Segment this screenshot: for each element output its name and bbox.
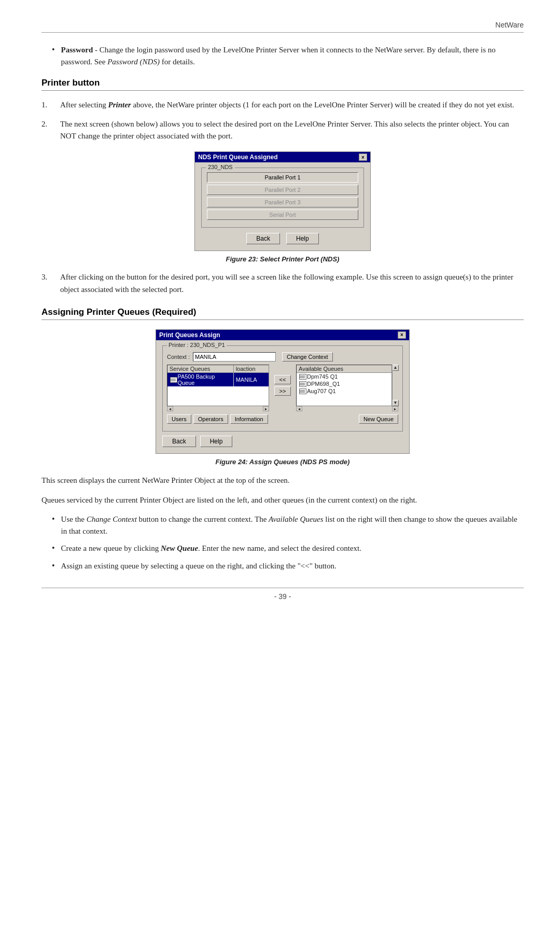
- avail-icon-2: [299, 381, 306, 387]
- list-num-2: 2.: [41, 118, 60, 143]
- users-btn[interactable]: Users: [167, 414, 191, 424]
- bullet-text-3: Assign an existing queue by selecting a …: [61, 560, 524, 572]
- dialog1-back-btn[interactable]: Back: [246, 233, 280, 244]
- hscroll-left[interactable]: ◄: [167, 406, 173, 411]
- service-queue-row[interactable]: PA500 Backup Queue MANILA: [167, 373, 269, 386]
- service-queues-hscroll: ◄ ►: [167, 406, 269, 411]
- hscroll-right[interactable]: ►: [263, 406, 269, 411]
- available-queues-italic: Available Queues: [269, 515, 323, 523]
- service-queues-header: Service Queues loaction: [167, 365, 269, 373]
- item3-list: 3. After clicking on the button for the …: [41, 271, 524, 296]
- avail-hscroll-track: [302, 406, 392, 411]
- arrow-right-btn[interactable]: >>: [274, 386, 291, 396]
- avail-hscroll-right[interactable]: ►: [392, 406, 398, 411]
- bullet-dot-3: •: [52, 561, 55, 572]
- tables-row: Service Queues loaction PA500 Backup Que…: [167, 365, 398, 411]
- body-para-1: This screen displays the current NetWare…: [41, 474, 524, 487]
- parallel-port-1-btn[interactable]: Parallel Port 1: [207, 172, 358, 183]
- printer-button-list: 1. After selecting Printer above, the Ne…: [41, 99, 524, 143]
- change-context-btn[interactable]: Change Context: [282, 352, 333, 362]
- figure2-caption: Figure 24: Assign Queues (NDS PS mode): [41, 458, 524, 466]
- dialog1-help-btn[interactable]: Help: [286, 233, 319, 244]
- dialog2-wrapper: Print Queues Assign × Printer : 230_NDS_…: [41, 329, 524, 454]
- bullet-item-1: • Use the Change Context button to chang…: [41, 513, 524, 538]
- avail-listbox-with-scroll: Available Queues Dpm745 Q1 DPM698_Q1: [296, 365, 398, 406]
- avail-hscroll: ◄ ►: [296, 406, 398, 411]
- vscroll-up[interactable]: ▲: [393, 365, 399, 371]
- list-num: 1.: [41, 99, 60, 111]
- service-queues-col: Service Queues: [167, 365, 234, 372]
- queue-icon: [170, 377, 176, 383]
- dialog1-group-label: 230_NDS: [206, 164, 235, 170]
- printer-button-heading: Printer button: [41, 78, 524, 91]
- dialog2: Print Queues Assign × Printer : 230_NDS_…: [156, 329, 410, 454]
- figure1-caption: Figure 23: Select Printer Port (NDS): [41, 255, 524, 263]
- dialog2-back-btn[interactable]: Back: [162, 436, 196, 447]
- bullet-dot-1: •: [52, 515, 55, 538]
- page: NetWare • Password - Change the login pa…: [0, 0, 560, 632]
- list-item: 2. The next screen (shown below) allows …: [41, 118, 524, 143]
- list-num-3: 3.: [41, 271, 60, 296]
- dialog2-body: Printer : 230_NDS_P1 Context : Change Co…: [156, 340, 409, 453]
- avail-item-1: Dpm745 Q1: [307, 373, 338, 380]
- service-queue-icon-cell: PA500 Backup Queue: [167, 373, 234, 386]
- dialog2-group-label: Printer : 230_NDS_P1: [167, 342, 227, 348]
- operators-btn[interactable]: Operators: [193, 414, 228, 424]
- password-bullet-text: Password - Change the login password use…: [61, 44, 524, 68]
- change-context-italic: Change Context: [87, 515, 137, 523]
- bottom-left-btns: Users Operators Information: [167, 414, 268, 424]
- dialog1-wrapper: NDS Print Queue Assigned × 230_NDS Paral…: [41, 151, 524, 251]
- footer: - 39 -: [41, 588, 524, 601]
- list-text: After selecting Printer above, the NetWa…: [60, 99, 524, 111]
- avail-icon-1: [299, 373, 306, 380]
- list-text-3: After clicking on the button for the des…: [60, 271, 524, 296]
- bullet-text-2: Create a new queue by clicking New Queue…: [61, 543, 524, 554]
- dialog2-close-btn[interactable]: ×: [398, 331, 406, 339]
- password-italic: Password (NDS): [107, 58, 160, 66]
- dialog1-titlebar: NDS Print Queue Assigned ×: [195, 152, 370, 162]
- hscroll-track: [173, 406, 263, 411]
- arrow-buttons: << >>: [272, 365, 293, 396]
- vscroll-down[interactable]: ▼: [393, 400, 399, 406]
- context-input[interactable]: [193, 352, 276, 362]
- service-queues-listbox: Service Queues loaction PA500 Backup Que…: [167, 365, 269, 406]
- arrow-left-btn[interactable]: <<: [274, 375, 291, 384]
- dialog2-titlebar: Print Queues Assign ×: [156, 330, 409, 340]
- new-queue-btn[interactable]: New Queue: [359, 414, 398, 424]
- list-text-2: The next screen (shown below) allows you…: [60, 118, 524, 143]
- avail-vscroll: ▲ ▼: [392, 365, 398, 406]
- information-btn[interactable]: Information: [230, 414, 268, 424]
- page-number: - 39 -: [274, 592, 291, 601]
- dialog2-title: Print Queues Assign: [159, 331, 220, 339]
- avail-row-1[interactable]: Dpm745 Q1: [297, 373, 391, 380]
- bullet-text-1: Use the Change Context button to change …: [61, 513, 524, 538]
- avail-row-3[interactable]: Aug707 Q1: [297, 387, 391, 395]
- dialog2-help-btn[interactable]: Help: [200, 436, 233, 447]
- dialog1-title: NDS Print Queue Assigned: [198, 154, 278, 161]
- available-queues-listbox: Available Queues Dpm745 Q1 DPM698_Q1: [296, 365, 392, 406]
- avail-icon-3: [299, 388, 306, 394]
- bullets-section: • Use the Change Context button to chang…: [41, 513, 524, 572]
- avail-queues-header: Available Queues: [297, 365, 391, 373]
- parallel-port-3-btn[interactable]: Parallel Port 3: [207, 197, 358, 207]
- serial-port-btn[interactable]: Serial Port: [207, 210, 358, 220]
- dialog1-close-btn[interactable]: ×: [359, 154, 367, 161]
- bullet-dot: •: [52, 45, 55, 68]
- dialog1-group: 230_NDS Parallel Port 1 Parallel Port 2 …: [201, 168, 364, 228]
- password-bullet-item: • Password - Change the login password u…: [41, 44, 524, 68]
- service-queues-container: Service Queues loaction PA500 Backup Que…: [167, 365, 269, 411]
- list-item: 1. After selecting Printer above, the Ne…: [41, 99, 524, 111]
- password-text2: for details.: [160, 58, 195, 66]
- new-queue-bold-italic: New Queue: [161, 544, 198, 552]
- body-para-2: Queues serviced by the current Printer O…: [41, 494, 524, 506]
- available-queues-container: Available Queues Dpm745 Q1 DPM698_Q1: [296, 365, 398, 411]
- avail-row-2[interactable]: DPM698_Q1: [297, 380, 391, 387]
- dialog1-body: 230_NDS Parallel Port 1 Parallel Port 2 …: [195, 162, 370, 251]
- assigning-queues-heading: Assigning Printer Queues (Required): [41, 307, 524, 320]
- parallel-port-2-btn[interactable]: Parallel Port 2: [207, 185, 358, 195]
- avail-item-3: Aug707 Q1: [307, 388, 336, 394]
- bullet-item-3: • Assign an existing queue by selecting …: [41, 560, 524, 572]
- location-col: loaction: [234, 365, 269, 372]
- avail-hscroll-left[interactable]: ◄: [296, 406, 302, 411]
- context-label: Context :: [167, 354, 190, 360]
